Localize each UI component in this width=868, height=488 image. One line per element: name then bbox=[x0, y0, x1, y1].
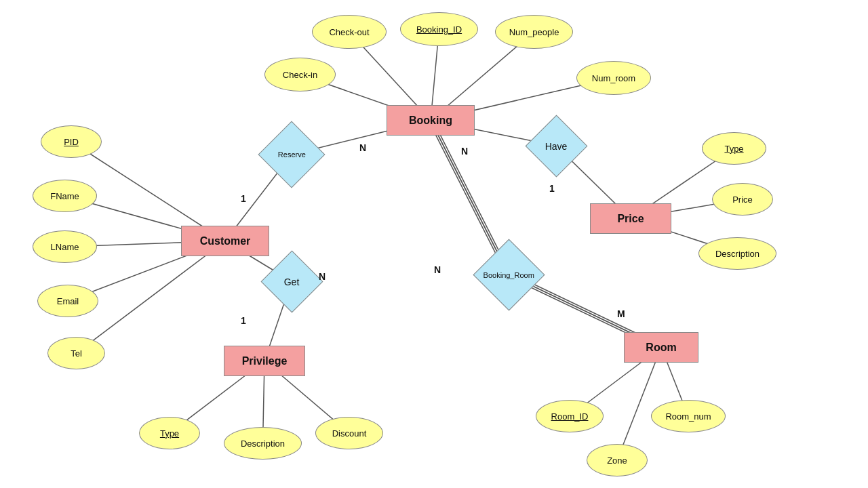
relationship-have: Have bbox=[525, 115, 587, 177]
attribute-lname: LName bbox=[33, 230, 97, 263]
cardinality-c1: N bbox=[359, 142, 366, 153]
attribute-priv_desc: Description bbox=[224, 427, 302, 460]
cardinality-c3: N bbox=[461, 146, 468, 157]
attribute-description_price: Description bbox=[698, 237, 776, 270]
attribute-pid: PID bbox=[41, 125, 102, 158]
attribute-room_id: Room_ID bbox=[536, 400, 604, 432]
attribute-priv_type: Type bbox=[139, 417, 200, 449]
entity-booking: Booking bbox=[387, 105, 475, 136]
entity-room: Room bbox=[624, 332, 698, 363]
svg-line-20 bbox=[77, 241, 226, 354]
attribute-fname: FName bbox=[33, 180, 97, 212]
attribute-email: Email bbox=[37, 285, 98, 317]
cardinality-c6: 1 bbox=[241, 315, 246, 326]
cardinality-c5: N bbox=[319, 271, 326, 282]
er-diagram: BookingCustomerPriceRoomPrivilegeReserve… bbox=[0, 0, 868, 488]
cardinality-c2: 1 bbox=[241, 193, 246, 204]
attribute-price_val: Price bbox=[712, 183, 773, 216]
cardinality-c7: N bbox=[434, 264, 441, 275]
cardinality-c4: 1 bbox=[549, 183, 555, 194]
attribute-num_room: Num_room bbox=[576, 61, 651, 95]
entity-customer: Customer bbox=[181, 226, 269, 256]
attribute-checkin: Check-in bbox=[264, 58, 336, 92]
entity-privilege: Privilege bbox=[224, 346, 305, 376]
attribute-num_people: Num_people bbox=[495, 15, 573, 49]
attribute-price_type: Type bbox=[702, 132, 766, 165]
attribute-zone: Zone bbox=[587, 444, 648, 476]
attribute-checkout: Check-out bbox=[312, 15, 387, 49]
relationship-get: Get bbox=[260, 250, 323, 312]
attribute-tel: Tel bbox=[47, 337, 105, 369]
attribute-discount: Discount bbox=[315, 417, 383, 449]
svg-line-26 bbox=[617, 348, 661, 461]
cardinality-c8: M bbox=[617, 308, 625, 319]
entity-price: Price bbox=[590, 203, 671, 234]
relationship-reserve: Reserve bbox=[258, 121, 326, 188]
relationship-booking_room: Booking_Room bbox=[473, 239, 545, 310]
attribute-room_num: Room_num bbox=[651, 400, 726, 432]
attribute-booking_id: Booking_ID bbox=[400, 12, 478, 46]
